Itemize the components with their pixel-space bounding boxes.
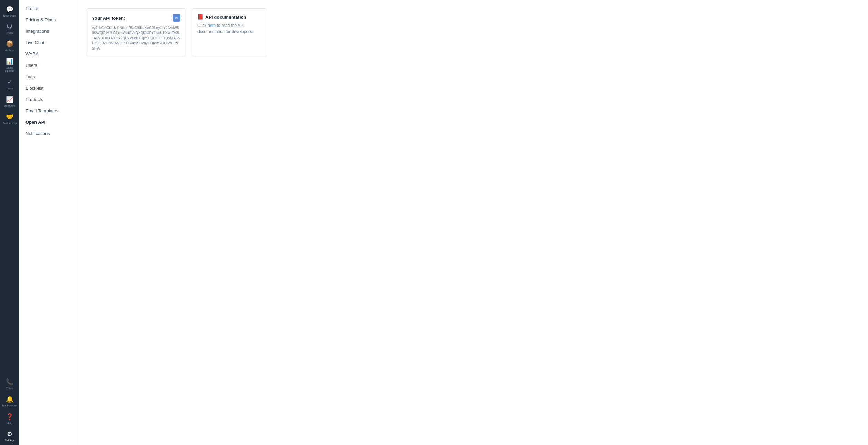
settings-menu-item-open-api[interactable]: Open API (19, 117, 78, 128)
api-docs-title: 📕 API documentation (197, 14, 262, 20)
nav-item-new-chats[interactable]: 💬New chats (0, 3, 19, 20)
api-token-label: Your API token: (92, 16, 125, 21)
copy-icon: ⧉ (175, 16, 178, 20)
nav-label-help: Help (7, 422, 12, 425)
api-token-card-title: Your API token: ⧉ (92, 14, 180, 22)
api-docs-title-text: API documentation (205, 14, 246, 20)
nav-label-settings: Settings (5, 439, 15, 442)
main-content: Your API token: ⧉ eyJhbGciOiJIUzI1NiIsIn… (78, 0, 868, 445)
settings-menu-item-products[interactable]: Products (19, 94, 78, 105)
nav-item-sales-pipeline[interactable]: 📊Sales pipeline (0, 55, 19, 75)
nav-icon-settings: ⚙ (7, 430, 12, 438)
nav-item-phone[interactable]: 📞Phone (0, 375, 19, 393)
nav-label-phone: Phone (6, 387, 13, 390)
copy-token-button[interactable]: ⧉ (173, 14, 180, 22)
nav-item-archive[interactable]: 📦Archive (0, 37, 19, 55)
nav-label-my-chats: chats (6, 31, 13, 35)
cards-row: Your API token: ⧉ eyJhbGciOiJIUzI1NiIsIn… (86, 8, 860, 57)
api-docs-card: 📕 API documentation Click here to read t… (192, 8, 267, 57)
nav-label-sales-pipeline: Sales pipeline (1, 66, 18, 73)
settings-menu: ProfilePricing & PlansIntegrationsLive C… (19, 0, 78, 445)
settings-menu-item-notifications[interactable]: Notifications (19, 128, 78, 139)
settings-menu-item-block-list[interactable]: Block-list (19, 82, 78, 94)
nav-item-help[interactable]: ❓Help (0, 410, 19, 428)
nav-item-partnership[interactable]: 🤝Partnership (0, 110, 19, 128)
settings-menu-item-tags[interactable]: Tags (19, 71, 78, 82)
nav-icon-phone: 📞 (6, 378, 13, 386)
nav-item-tasks[interactable]: ✓Tasks (0, 75, 19, 93)
nav-label-tasks: Tasks (6, 87, 13, 90)
nav-item-analytics[interactable]: 📈Analytics (0, 93, 19, 111)
settings-menu-item-pricing-plans[interactable]: Pricing & Plans (19, 14, 78, 26)
nav-icon-tasks: ✓ (7, 78, 12, 86)
nav-icon-my-chats: 🗨 (7, 23, 13, 30)
nav-label-partnership: Partnership (3, 122, 17, 125)
settings-menu-item-waba[interactable]: WABA (19, 48, 78, 60)
nav-item-notifications[interactable]: 🔔Notifications (0, 393, 19, 410)
nav-item-my-chats[interactable]: 🗨chats (0, 20, 19, 38)
token-text: eyJhbGciOiJIUzI1NiIsInR5cCI6IkpXVCJ9.eyJ… (92, 25, 180, 51)
nav-icon-new-chats: 💬 (6, 6, 13, 13)
api-docs-text: Click here to read the API documentation… (197, 22, 262, 35)
nav-label-archive: Archive (5, 49, 14, 52)
nav-icon-analytics: 📈 (6, 96, 13, 103)
api-token-card: Your API token: ⧉ eyJhbGciOiJIUzI1NiIsIn… (86, 8, 186, 57)
nav-item-settings[interactable]: ⚙Settings (0, 427, 19, 445)
nav-icon-archive: 📦 (6, 40, 13, 48)
settings-menu-item-integrations[interactable]: Integrations (19, 26, 78, 37)
api-docs-emoji: 📕 (197, 14, 203, 20)
nav-label-new-chats: New chats (3, 14, 16, 18)
nav-icon-help: ❓ (6, 413, 13, 421)
nav-icon-partnership: 🤝 (6, 113, 13, 121)
settings-menu-item-users[interactable]: Users (19, 60, 78, 71)
settings-menu-item-profile[interactable]: Profile (19, 3, 78, 14)
api-docs-link[interactable]: here (207, 23, 216, 28)
settings-menu-item-email-templates[interactable]: Email Templates (19, 105, 78, 117)
nav-icon-sales-pipeline: 📊 (6, 58, 13, 65)
settings-menu-item-live-chat[interactable]: Live Chat (19, 37, 78, 48)
icon-nav: 💬New chats🗨chats📦Archive📊Sales pipeline✓… (0, 0, 19, 445)
nav-label-analytics: Analytics (4, 104, 15, 108)
nav-label-notifications: Notifications (2, 404, 17, 407)
nav-icon-notifications: 🔔 (6, 395, 13, 403)
icon-nav-bottom: 📞Phone🔔Notifications❓Help⚙Settings (0, 375, 19, 445)
